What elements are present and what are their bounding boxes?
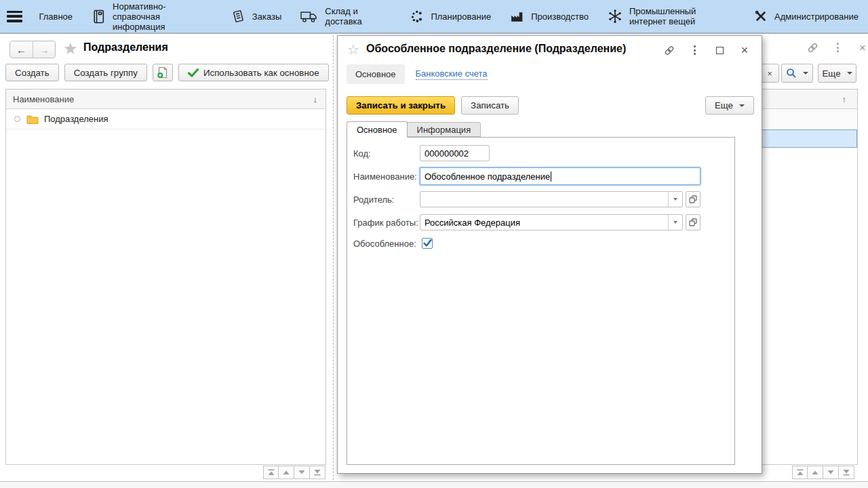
separate-field-row: Обособленное:	[347, 237, 734, 249]
topbar-item-planning[interactable]: Планирование	[401, 0, 500, 33]
use-as-main-label: Использовать как основное	[203, 68, 319, 78]
more-menu-icon[interactable]	[688, 44, 701, 56]
nav-item-main[interactable]: Основное	[347, 64, 405, 84]
name-value: Обособленное подразделение	[425, 171, 550, 182]
dialog-title: Обособленное подразделение (Подразделени…	[366, 43, 626, 55]
link-icon[interactable]	[663, 44, 675, 56]
link-icon[interactable]	[806, 41, 819, 54]
favorite-star-outline-icon[interactable]: ☆	[347, 41, 359, 58]
topbar-item-label: Главное	[39, 12, 73, 22]
topbar-item-production[interactable]: Производство	[500, 0, 598, 33]
tab-information[interactable]: Информация	[408, 122, 481, 137]
scroll-to-top-button[interactable]	[792, 466, 808, 479]
topbar-item-warehouse[interactable]: Склад и доставка	[291, 0, 401, 33]
code-label: Код:	[353, 148, 371, 159]
close-icon[interactable]: ×	[738, 44, 751, 56]
favorite-star-icon[interactable]: ★	[63, 39, 78, 58]
scroll-to-bottom-button[interactable]	[839, 466, 854, 479]
use-as-main-button[interactable]: Использовать как основное	[178, 64, 329, 81]
scroll-up-button[interactable]	[279, 466, 294, 479]
schedule-open-button[interactable]	[686, 214, 701, 230]
background-scroll-buttons	[792, 466, 854, 479]
topbar: Главное Нормативно-справочная информация	[0, 0, 868, 34]
schedule-value: Российская Федерация	[420, 218, 668, 228]
parent-field-row: Родитель:	[347, 191, 734, 207]
scroll-down-button[interactable]	[294, 466, 310, 479]
panel-splitter[interactable]	[333, 35, 334, 480]
dropdown-arrow-icon	[673, 198, 677, 201]
table-row[interactable]: Подразделения	[6, 109, 326, 129]
text-caret	[551, 171, 551, 182]
department-dialog: ☆ Обособленное подразделение (Подразделе…	[337, 35, 762, 474]
open-in-form-icon	[689, 195, 697, 203]
separate-label: Обособленное:	[353, 239, 416, 249]
dropdown-arrow-icon	[739, 104, 745, 107]
dialog-nav: Основное Банковские счета	[347, 64, 488, 84]
back-button[interactable]: ←	[10, 41, 33, 58]
parent-input[interactable]	[420, 191, 683, 207]
book-icon	[92, 9, 106, 24]
more-button[interactable]: Еще	[818, 64, 856, 83]
topbar-menu: Главное Нормативно-справочная информация	[29, 0, 868, 33]
forward-arrow-icon: →	[39, 44, 50, 56]
history-nav: ← →	[9, 41, 56, 58]
separate-checkbox[interactable]	[422, 238, 433, 249]
parent-label: Родитель:	[353, 195, 394, 205]
schedule-input[interactable]: Российская Федерация	[420, 214, 683, 230]
more-menu-icon[interactable]	[831, 41, 844, 54]
close-icon[interactable]: ×	[856, 41, 868, 54]
scroll-to-bottom-button[interactable]	[310, 466, 326, 479]
background-window-controls: ×	[806, 41, 868, 54]
sort-desc-icon: ↓	[313, 94, 318, 104]
list-toolbar: Создать Создать группу Использовать как …	[5, 64, 329, 81]
dropdown-button[interactable]	[668, 215, 682, 230]
dropdown-button[interactable]	[668, 192, 682, 207]
factory-icon	[510, 9, 524, 24]
folder-icon	[26, 115, 39, 124]
list-scroll-buttons	[263, 466, 326, 479]
name-input[interactable]: Обособленное подразделение	[420, 167, 701, 185]
checkmark-icon	[423, 239, 432, 247]
dialog-window-controls: ×	[663, 44, 751, 56]
topbar-item-label: Заказы	[252, 12, 281, 22]
nav-link-bank-accounts[interactable]: Банковские счета	[416, 68, 488, 80]
code-input[interactable]: 000000002	[420, 145, 490, 161]
topbar-item-label: Планирование	[431, 12, 491, 22]
clear-search-button[interactable]: ×	[760, 64, 779, 83]
schedule-field-row: График работы: Российская Федерация	[347, 214, 734, 230]
topbar-item-label: Администрирование	[774, 12, 859, 22]
topbar-item-reference-info[interactable]: Нормативно-справочная информация	[82, 0, 222, 33]
topbar-item-administration[interactable]: Администрирование	[745, 0, 868, 33]
maximize-icon[interactable]	[713, 44, 726, 56]
scroll-down-button[interactable]	[823, 466, 839, 479]
forward-button[interactable]: →	[33, 41, 55, 58]
scroll-up-button[interactable]	[808, 466, 823, 479]
dropdown-arrow-icon	[803, 72, 808, 75]
column-header-name[interactable]: Наименование ↓	[6, 89, 326, 109]
parent-open-button[interactable]	[686, 191, 701, 207]
scroll-to-top-button[interactable]	[263, 466, 279, 479]
search-button[interactable]	[781, 64, 813, 83]
main-menu-icon[interactable]	[7, 11, 22, 22]
topbar-item-orders[interactable]: Заказы	[222, 0, 291, 33]
sort-asc-icon: ↑	[842, 94, 847, 104]
topbar-item-label: Склад и доставка	[325, 6, 391, 26]
schedule-label: График работы:	[353, 218, 418, 228]
save-button[interactable]: Записать	[461, 96, 519, 115]
orders-icon	[231, 9, 245, 24]
topbar-item-main[interactable]: Главное	[29, 0, 82, 33]
departments-table: Наименование ↓ Подразделения	[5, 89, 326, 465]
tools-icon	[754, 9, 768, 23]
create-button[interactable]: Создать	[5, 64, 59, 81]
create-group-button[interactable]: Создать группу	[64, 64, 147, 81]
topbar-item-iiot[interactable]: Промышленный интернет вещей	[598, 0, 745, 33]
create-by-copy-button[interactable]	[153, 64, 173, 81]
topbar-item-label: Производство	[531, 12, 589, 22]
dialog-more-button[interactable]: Еще	[705, 96, 754, 115]
tab-main[interactable]: Основное	[347, 121, 408, 138]
save-and-close-button[interactable]: Записать и закрыть	[347, 96, 455, 115]
search-icon	[786, 68, 797, 79]
code-field-row: Код: 000000002	[347, 145, 734, 161]
more-label: Еще	[715, 100, 733, 110]
tree-node-icon[interactable]	[14, 116, 20, 122]
